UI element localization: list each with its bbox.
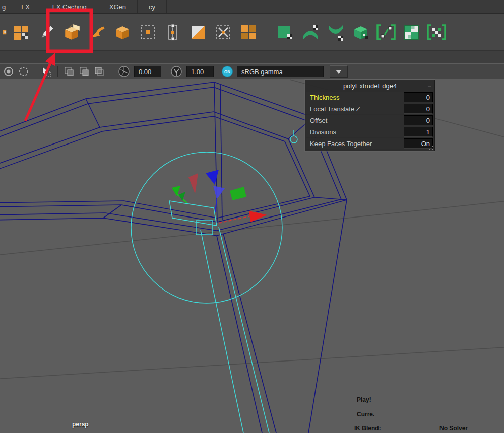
tab-cy[interactable]: cy	[138, 0, 167, 13]
hud-row-label: Keep Faces Together	[306, 140, 404, 148]
poly-extrude-hud[interactable]: polyExtrudeEdge4 ≡ Thickness 0 Local Tra…	[305, 80, 435, 151]
tab-partial[interactable]: g	[0, 0, 10, 13]
hud-row-label: Thickness	[306, 94, 404, 101]
camera-label: persp	[72, 421, 89, 428]
shelf-separator	[267, 24, 267, 40]
split-face-icon	[190, 24, 207, 41]
wrap-curve-button[interactable]	[376, 22, 396, 42]
hud-row-divisions[interactable]: Divisions 1	[306, 126, 433, 137]
hud-title-bar[interactable]: polyExtrudeEdge4 ≡	[305, 80, 434, 91]
hud-row-value[interactable]: 0	[404, 115, 433, 125]
append-polygon-icon	[13, 24, 30, 41]
delete-edge-button[interactable]	[213, 22, 233, 42]
hud-row-offset[interactable]: Offset 0	[306, 115, 433, 126]
gamma-icon[interactable]	[170, 65, 182, 78]
wrap-cross-button[interactable]	[426, 22, 447, 42]
tab-xgen[interactable]: XGen	[98, 0, 138, 13]
hud-row-label: Divisions	[306, 128, 404, 136]
cube-icon	[114, 24, 131, 41]
hud-title: polyExtrudeEdge4	[343, 82, 397, 90]
hud-row-label: Offset	[306, 117, 404, 124]
insert-edge-loop-icon	[164, 24, 181, 41]
wrap-curve-icon	[376, 24, 396, 41]
shelf-tab-bar: g FX FX Caching XGen cy	[0, 0, 504, 14]
toolbar-separator	[35, 66, 35, 77]
exposure-icon[interactable]	[118, 65, 130, 78]
hud-row-keep-faces-together[interactable]: Keep Faces Together On	[306, 138, 433, 149]
no-live-surface-icon[interactable]	[3, 66, 14, 77]
view-transform-toggle[interactable]: ON	[222, 66, 233, 77]
viewport-toolbar: 0.00 1.00 ON sRGB gamma	[0, 64, 504, 79]
tab-fx-caching[interactable]: FX Caching	[41, 0, 98, 13]
append-polygon-button[interactable]	[12, 22, 32, 42]
hud-resize-grip[interactable]	[429, 146, 433, 150]
extrude-tool-icon	[63, 23, 81, 41]
sculpt-cube-button[interactable]	[351, 22, 371, 42]
select-tool-icon[interactable]	[41, 66, 52, 77]
multi-cut-knife-icon	[38, 24, 55, 41]
hud-row-value[interactable]: 0	[404, 104, 433, 114]
shelf-button-clipped[interactable]	[0, 22, 7, 42]
texture-grid-button[interactable]	[401, 22, 421, 42]
extrude-tool-button[interactable]	[62, 22, 82, 42]
cube-tool-button[interactable]	[112, 22, 133, 42]
hud-row-value[interactable]: 0	[404, 92, 433, 102]
poly-modeling-shelf	[0, 14, 504, 51]
sculpt-wave-button[interactable]	[300, 22, 321, 42]
chevron-down-icon	[336, 70, 342, 74]
sculpt-square-icon	[277, 24, 294, 41]
quad-draw-icon	[240, 24, 257, 41]
status-ik-blend: IK Blend:	[354, 425, 381, 432]
hud-row-thickness[interactable]: Thickness 0	[306, 92, 433, 103]
layer-copy-icon[interactable]	[64, 66, 75, 77]
split-face-button[interactable]	[188, 22, 208, 42]
color-space-dropdown[interactable]	[330, 65, 348, 78]
layer-paste-icon[interactable]	[79, 66, 90, 77]
hud-row-value[interactable]: 1	[404, 127, 433, 137]
toolbar-separator	[57, 66, 58, 77]
hud-row-label: Local Translate Z	[306, 105, 404, 113]
layer-snapshot-icon[interactable]	[94, 66, 105, 77]
symmetry-icon[interactable]	[18, 66, 29, 77]
hud-row-local-translate-z[interactable]: Local Translate Z 0	[306, 103, 433, 114]
gamma-field[interactable]: 1.00	[186, 66, 214, 77]
insert-edge-loop-button[interactable]	[163, 22, 183, 42]
sculpt-flatten-icon	[327, 24, 344, 41]
panel-menu-strip	[0, 51, 504, 63]
tab-fx[interactable]: FX	[10, 0, 41, 13]
bevel-arrow-icon	[89, 24, 106, 41]
quad-draw-button[interactable]	[238, 22, 259, 42]
status-solver: No Solver	[439, 425, 468, 432]
center-target-button[interactable]	[138, 22, 158, 42]
status-current: Curre.	[357, 411, 374, 418]
maya-window: g FX FX Caching XGen cy	[0, 0, 504, 433]
hud-menu-icon[interactable]: ≡	[427, 81, 431, 89]
texture-grid-icon	[403, 24, 420, 41]
sculpt-cube-icon	[352, 24, 369, 41]
sculpt-square-button[interactable]	[275, 22, 295, 42]
color-space-field[interactable]: sRGB gamma	[237, 66, 324, 77]
status-play: Play!	[357, 396, 371, 403]
exposure-field[interactable]: 0.00	[134, 66, 161, 77]
sculpt-wave-icon	[302, 24, 319, 41]
center-target-icon	[139, 24, 156, 41]
toggle-label: ON	[224, 69, 230, 74]
wrap-cross-icon	[426, 24, 447, 41]
bevel-arrow-button[interactable]	[87, 22, 107, 42]
clipped-tool-icon	[0, 24, 7, 41]
sculpt-flatten-button[interactable]	[326, 22, 346, 42]
hud-row-value[interactable]: On	[404, 138, 433, 149]
multi-cut-button[interactable]	[37, 22, 57, 42]
delete-edge-icon	[215, 24, 232, 41]
